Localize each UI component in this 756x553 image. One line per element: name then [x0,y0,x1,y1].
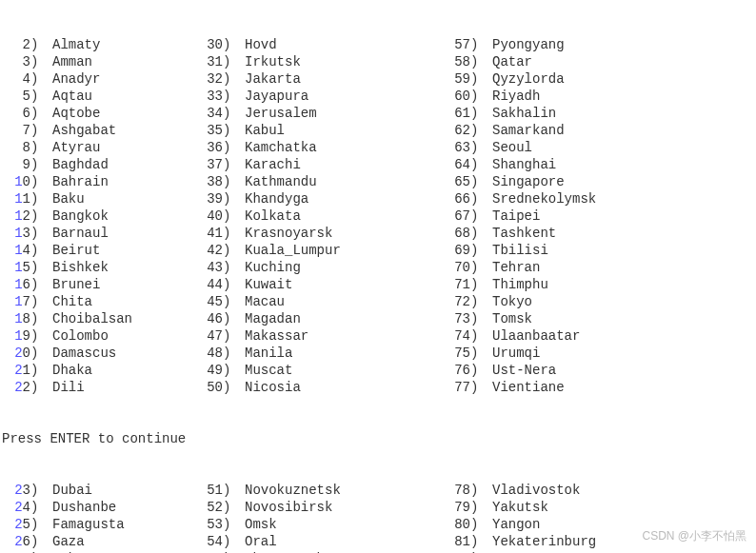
paren: ) [470,242,489,259]
city-name: Dhaka [50,362,92,379]
item-number: 32 [194,70,223,88]
list-item: 49)Muscat [194,362,442,379]
paren: ) [30,533,50,550]
item-number: 66 [442,190,470,207]
city-name: Dubai [50,482,92,499]
item-number: 76 [442,362,470,379]
list-item: 77)Vientiane [442,379,689,396]
item-number: 34 [194,105,223,122]
paren: ) [30,379,50,396]
city-name: Brunei [50,276,100,293]
item-number: 73 [442,310,470,327]
city-name: Makassar [242,327,308,345]
list-item: 35)Kabul [194,122,442,139]
city-name: Tokyo [489,293,532,310]
paren: ) [30,310,50,327]
paren: ) [223,379,242,396]
list-item: 53)Omsk [194,516,442,533]
list-item: 39)Khandyga [194,190,442,207]
paren: ) [470,310,489,327]
city-name: Nicosia [242,379,301,396]
list-item: 43)Kuching [194,259,442,276]
item-number: 8 [2,139,30,156]
paren: ) [30,139,50,156]
paren: ) [30,242,50,259]
item-number: 60 [442,88,470,105]
list-row: 24)Dushanbe52)Novosibirsk79)Yakutsk [2,499,756,516]
paren: ) [223,225,242,242]
paren: ) [470,516,489,533]
city-name: Hovd [242,36,277,53]
list-row: 11)Baku39)Khandyga66)Srednekolymsk [2,190,756,207]
list-row: 7)Ashgabat35)Kabul62)Samarkand [2,122,756,139]
paren: ) [30,190,50,207]
city-name: Baghdad [50,156,109,173]
list-item: 30)Hovd [194,36,442,53]
item-number: 41 [194,225,223,242]
city-name: Taipei [489,207,540,225]
item-number: 80 [442,516,470,533]
list-item: 15)Bishkek [2,259,194,276]
list-item: 50)Nicosia [194,379,442,396]
city-name: Dili [50,379,85,396]
paren: ) [30,225,50,242]
paren: ) [470,139,489,156]
list-row: 5)Aqtau33)Jayapura60)Riyadh [2,88,756,105]
list-item: 65)Singapore [442,173,689,190]
list-item: 14)Beirut [2,242,194,259]
list-row: 4)Anadyr32)Jakarta59)Qyzylorda [2,70,756,88]
list-item: 63)Seoul [442,139,689,156]
paren: ) [30,362,50,379]
paren: ) [470,482,489,499]
item-number: 43 [194,259,223,276]
item-number: 42 [194,242,223,259]
paren: ) [223,516,242,533]
city-name: Famagusta [50,516,125,533]
list-item: 52)Novosibirsk [194,499,442,516]
list-row: 13)Barnaul41)Krasnoyarsk68)Tashkent [2,225,756,242]
item-number: 15 [2,259,30,276]
item-number: 54 [194,533,223,550]
list-item: 66)Srednekolymsk [442,190,689,207]
paren: ) [223,190,242,207]
city-name: Kolkata [242,207,301,225]
paren: ) [470,36,489,53]
city-name: Tbilisi [489,242,548,259]
list-item: 21)Dhaka [2,362,194,379]
list-item: 20)Damascus [2,345,194,362]
city-name: Muscat [242,362,292,379]
list-item: 46)Magadan [194,310,442,327]
list-item: 16)Brunei [2,276,194,293]
item-number: 68 [442,225,470,242]
city-name: Baku [50,190,85,207]
item-number: 58 [442,53,470,70]
list-row: 9)Baghdad37)Karachi64)Shanghai [2,156,756,173]
list-item: 36)Kamchatka [194,139,442,156]
city-name: Jayapura [242,88,308,105]
paren: ) [223,482,242,499]
city-name: Atyrau [50,139,100,156]
list-item: 18)Choibalsan [2,310,194,327]
city-name: Thimphu [489,276,548,293]
list-item: 70)Tehran [442,259,689,276]
paren: ) [30,173,50,190]
list-item: 73)Tomsk [442,310,689,327]
paren: ) [470,190,489,207]
city-name: Kuwait [242,276,292,293]
item-number: 46 [194,310,223,327]
item-number: 6 [2,105,30,122]
list-item: 76)Ust-Nera [442,362,689,379]
item-number: 57 [442,36,470,53]
paren: ) [30,499,50,516]
item-number: 63 [442,139,470,156]
list-item: 11)Baku [2,190,194,207]
item-number: 48 [194,345,223,362]
paren: ) [30,207,50,225]
city-name: Samarkand [489,122,565,139]
list-item: 67)Taipei [442,207,689,225]
item-number: 3 [2,53,30,70]
paren: ) [223,105,242,122]
paren: ) [223,70,242,88]
item-number: 45 [194,293,223,310]
list-item: 51)Novokuznetsk [194,482,442,499]
